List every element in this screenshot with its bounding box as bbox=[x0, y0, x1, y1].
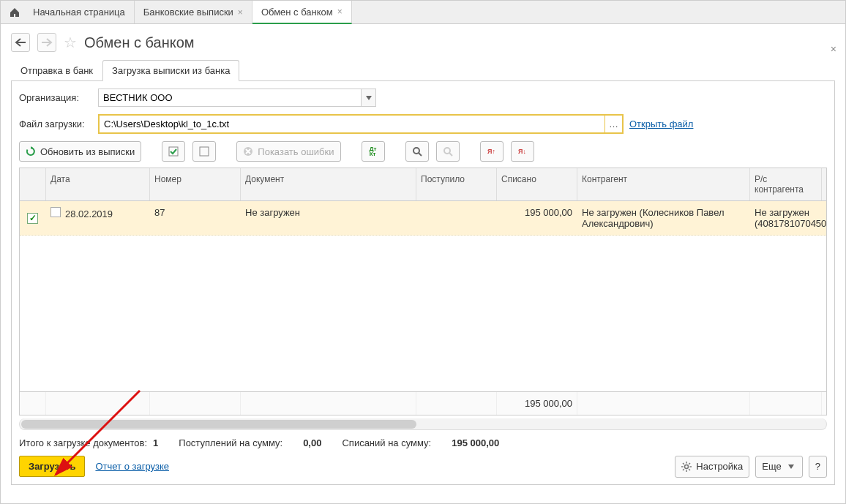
col-in[interactable]: Поступило bbox=[416, 168, 497, 200]
page-title: Обмен с банком bbox=[84, 34, 195, 51]
org-label: Организация: bbox=[19, 92, 92, 103]
tab-label: Банковские выписки bbox=[143, 7, 233, 18]
svg-point-7 bbox=[685, 464, 689, 468]
col-date[interactable]: Дата bbox=[46, 168, 150, 200]
form-panel: Организация: Файл загрузки: … Открыть фа… bbox=[11, 81, 835, 485]
total-docs-value: 1 bbox=[153, 437, 158, 448]
summary-row: Итого к загрузке документов: 1 Поступлен… bbox=[19, 430, 827, 456]
col-document[interactable]: Документ bbox=[241, 168, 416, 200]
row-number: 87 bbox=[150, 201, 241, 235]
row-document: Не загружен bbox=[241, 201, 416, 235]
svg-point-3 bbox=[413, 148, 419, 154]
settings-button[interactable]: Настройка bbox=[675, 456, 749, 478]
svg-rect-1 bbox=[200, 147, 209, 156]
check-all-icon bbox=[168, 146, 179, 157]
svg-rect-0 bbox=[169, 147, 178, 156]
show-errors-button[interactable]: Показать ошибки bbox=[236, 141, 340, 162]
sort-asc-icon: Я↑ bbox=[487, 146, 497, 157]
tab-bank-exchange[interactable]: Обмен с банком × bbox=[252, 1, 352, 24]
sort-asc-button[interactable]: Я↑ bbox=[480, 141, 504, 162]
col-rs[interactable]: Р/с контрагента bbox=[750, 168, 822, 200]
clear-find-button[interactable] bbox=[436, 141, 460, 162]
col-check[interactable] bbox=[20, 168, 46, 200]
out-sum-value: 195 000,00 bbox=[452, 437, 499, 448]
close-icon[interactable]: × bbox=[238, 7, 243, 18]
col-out[interactable]: Списано bbox=[497, 168, 577, 200]
subtabs: Отправка в банк Загрузка выписки из банк… bbox=[11, 59, 835, 81]
search-clear-icon bbox=[443, 146, 453, 157]
refresh-label: Обновить из выписки bbox=[40, 146, 135, 157]
subtab-load[interactable]: Загрузка выписки из банка bbox=[102, 60, 239, 81]
tab-label: Обмен с банком bbox=[261, 7, 333, 18]
more-label: Еще bbox=[762, 461, 781, 472]
row-checkbox-cell[interactable]: ✓ bbox=[20, 201, 46, 235]
table-row[interactable]: ✓ 28.02.2019 87 Не загружен 195 000,00 Н… bbox=[20, 201, 826, 236]
in-sum-label: Поступлений на сумму: bbox=[179, 437, 282, 448]
uncheck-all-icon bbox=[199, 146, 209, 157]
svg-point-5 bbox=[444, 148, 450, 154]
nav-back-button[interactable] bbox=[11, 33, 30, 52]
col-agent[interactable]: Контрагент bbox=[577, 168, 750, 200]
tab-home[interactable]: Начальная страница bbox=[24, 1, 135, 23]
grid-toolbar: Обновить из выписки bbox=[19, 141, 827, 162]
tab-bank-statements[interactable]: Банковские выписки × bbox=[135, 1, 252, 23]
horizontal-scrollbar[interactable] bbox=[19, 418, 827, 430]
file-label: Файл загрузки: bbox=[19, 119, 92, 129]
row-out: 195 000,00 bbox=[497, 201, 577, 235]
sort-desc-button[interactable]: Я↓ bbox=[511, 141, 534, 162]
chevron-down-icon bbox=[786, 462, 796, 472]
row-in bbox=[416, 201, 497, 235]
page-header: ☆ Обмен с банком bbox=[1, 24, 845, 56]
row-date: 28.02.2019 bbox=[46, 201, 150, 235]
open-file-link[interactable]: Открыть файл bbox=[629, 119, 693, 129]
refresh-icon bbox=[26, 146, 36, 157]
sort-desc-icon: Я↓ bbox=[517, 146, 528, 157]
close-icon[interactable]: × bbox=[337, 7, 342, 17]
find-button[interactable] bbox=[405, 141, 429, 162]
row-rs: Не загружен (40817810704500 bbox=[750, 201, 822, 235]
home-icon[interactable] bbox=[5, 1, 24, 23]
checkbox-checked-icon[interactable]: ✓ bbox=[27, 213, 38, 224]
grid-header: Дата Номер Документ Поступило Списано Ко… bbox=[20, 168, 826, 201]
org-dropdown-button[interactable] bbox=[362, 89, 376, 107]
in-sum-value: 0,00 bbox=[303, 437, 321, 448]
check-all-button[interactable] bbox=[162, 141, 185, 162]
grid-body: ✓ 28.02.2019 87 Не загружен 195 000,00 Н… bbox=[20, 201, 826, 391]
refresh-button[interactable]: Обновить из выписки bbox=[19, 141, 141, 162]
more-button[interactable]: Еще bbox=[755, 456, 802, 478]
svg-line-15 bbox=[683, 469, 684, 470]
svg-line-6 bbox=[449, 153, 452, 156]
load-report-link[interactable]: Отчет о загрузке bbox=[95, 461, 169, 472]
org-input[interactable] bbox=[98, 89, 362, 107]
help-button[interactable]: ? bbox=[809, 456, 827, 478]
nav-forward-button[interactable] bbox=[37, 33, 56, 52]
gear-icon bbox=[681, 462, 692, 472]
dtkt-button[interactable]: Дт Кт bbox=[362, 141, 385, 162]
org-combo bbox=[98, 89, 376, 107]
settings-label: Настройка bbox=[696, 461, 743, 472]
dtkt-icon: Дт Кт bbox=[368, 146, 378, 157]
file-input-group: … bbox=[98, 114, 624, 134]
favorite-icon[interactable]: ☆ bbox=[64, 34, 77, 51]
show-errors-label: Показать ошибки bbox=[258, 146, 334, 157]
uncheck-all-button[interactable] bbox=[192, 141, 216, 162]
footer-bar: Загрузить Отчет о загрузке Настройка Еще bbox=[19, 456, 827, 484]
load-button[interactable]: Загрузить bbox=[19, 456, 85, 477]
svg-line-12 bbox=[683, 463, 684, 464]
subtab-send[interactable]: Отправка в банк bbox=[11, 60, 102, 81]
grid: Дата Номер Документ Поступило Списано Ко… bbox=[19, 168, 827, 415]
total-docs-label: Итого к загрузке документов: bbox=[19, 437, 147, 448]
app-tabbar: Начальная страница Банковские выписки × … bbox=[1, 1, 845, 24]
svg-line-4 bbox=[419, 153, 422, 156]
tab-label: Начальная страница bbox=[33, 7, 125, 18]
grid-footer: 195 000,00 bbox=[20, 391, 826, 415]
file-browse-button[interactable]: … bbox=[604, 116, 622, 132]
row-agent: Не загружен (Колесников Павел Александро… bbox=[577, 201, 750, 235]
svg-line-13 bbox=[689, 469, 691, 470]
document-icon bbox=[50, 207, 61, 217]
col-number[interactable]: Номер bbox=[150, 168, 241, 200]
svg-line-14 bbox=[689, 463, 691, 464]
page-close-button[interactable]: × bbox=[831, 43, 836, 55]
search-icon bbox=[412, 146, 422, 157]
file-input[interactable] bbox=[100, 116, 604, 132]
